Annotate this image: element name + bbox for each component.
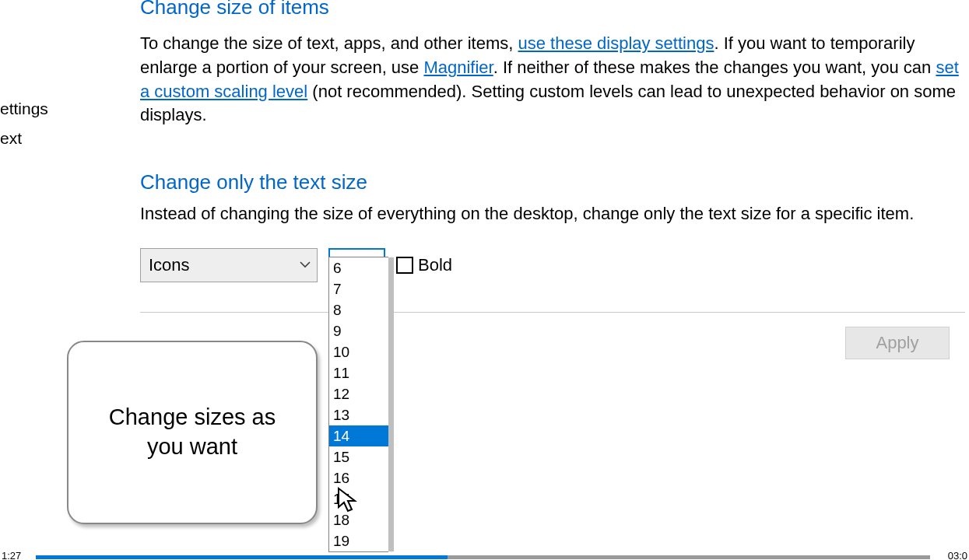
- heading-change-size-items: Change size of items: [140, 0, 965, 19]
- link-display-settings[interactable]: use these display settings: [518, 33, 714, 53]
- divider: [140, 312, 965, 313]
- instruction-callout: Change sizes as you want: [67, 341, 318, 524]
- checkbox-box-icon: [396, 257, 413, 274]
- paragraph-change-text-size: Instead of changing the size of everythi…: [140, 202, 965, 226]
- sidebar-fragment: ettings ext: [0, 100, 48, 159]
- bold-label: Bold: [418, 255, 452, 275]
- scrollbar[interactable]: [388, 257, 394, 551]
- video-current-time: 1:27: [2, 550, 21, 560]
- heading-change-text-size: Change only the text size: [140, 170, 965, 194]
- apply-button[interactable]: Apply: [845, 327, 950, 359]
- video-total-time: 03:0: [948, 550, 967, 560]
- video-progress-bar[interactable]: 1:27 03:0: [0, 553, 969, 560]
- size-option[interactable]: 15: [329, 446, 388, 467]
- video-played: [36, 555, 448, 559]
- text: To change the size of text, apps, and ot…: [140, 33, 518, 53]
- size-option[interactable]: 12: [329, 383, 388, 404]
- size-option[interactable]: 7: [329, 278, 388, 299]
- size-option[interactable]: 16: [329, 467, 388, 488]
- size-option[interactable]: 19: [329, 530, 388, 551]
- size-option[interactable]: 9: [329, 320, 388, 341]
- size-option[interactable]: 10: [329, 341, 388, 362]
- size-option[interactable]: 13: [329, 404, 388, 425]
- callout-line: Change sizes as: [109, 403, 276, 432]
- item-type-combobox[interactable]: Icons: [140, 248, 318, 282]
- chevron-down-icon: [300, 261, 311, 268]
- bold-checkbox[interactable]: Bold: [396, 255, 452, 275]
- text: . If neither of these makes the changes …: [493, 58, 936, 77]
- size-option[interactable]: 11: [329, 362, 388, 383]
- item-type-value: Icons: [149, 255, 190, 275]
- size-option[interactable]: 8: [329, 299, 388, 320]
- size-option[interactable]: 6: [329, 257, 388, 278]
- sidebar-item-text[interactable]: ext: [0, 129, 48, 148]
- paragraph-change-size: To change the size of text, apps, and ot…: [140, 32, 965, 128]
- cursor-icon: [337, 487, 357, 516]
- size-option[interactable]: 14: [329, 425, 388, 446]
- callout-line: you want: [147, 432, 237, 462]
- sidebar-item-settings[interactable]: ettings: [0, 100, 48, 118]
- link-magnifier[interactable]: Magnifier: [423, 58, 493, 77]
- controls-row: Icons 20 Bold: [140, 248, 965, 282]
